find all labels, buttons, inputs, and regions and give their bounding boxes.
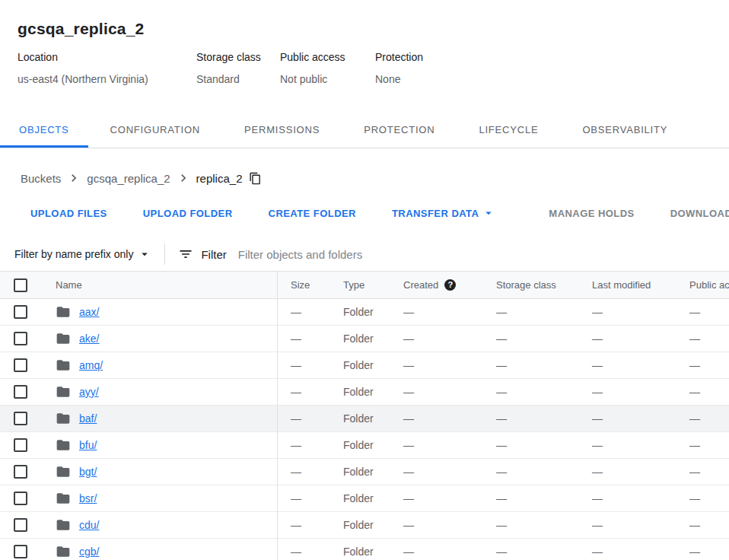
folder-link[interactable]: ake/ bbox=[79, 332, 99, 345]
select-all-checkbox[interactable] bbox=[14, 278, 27, 292]
row-name-cell: bfu/ bbox=[42, 432, 278, 458]
tab-protection[interactable]: PROTECTION bbox=[342, 112, 457, 148]
row-size: — bbox=[278, 359, 343, 371]
folder-link[interactable]: bsr/ bbox=[79, 492, 97, 504]
folder-link[interactable]: cdu/ bbox=[79, 519, 99, 531]
chevron-right-icon bbox=[176, 170, 191, 186]
row-size: — bbox=[278, 546, 343, 558]
chevron-right-icon bbox=[66, 170, 81, 186]
row-checkbox[interactable] bbox=[14, 518, 27, 532]
header-public-access: Public access bbox=[689, 279, 729, 291]
row-checkbox-cell bbox=[0, 432, 42, 458]
row-checkbox-cell bbox=[0, 406, 42, 431]
row-size: — bbox=[278, 466, 343, 478]
folder-icon bbox=[56, 438, 71, 453]
upload-files-button[interactable]: UPLOAD FILES bbox=[21, 202, 116, 225]
row-storage-class: — bbox=[496, 492, 592, 504]
row-public-access: — bbox=[689, 332, 729, 345]
filter-list-icon bbox=[178, 247, 193, 262]
table-row: cgb/ — Folder — — — — bbox=[0, 539, 729, 560]
table-body: aax/ — Folder — — — — ake/ — Folder — — … bbox=[0, 299, 729, 560]
row-name-cell: cdu/ bbox=[42, 512, 278, 538]
row-checkbox[interactable] bbox=[14, 412, 27, 425]
meta-protection-label: Protection bbox=[375, 51, 423, 63]
row-type: Folder bbox=[343, 519, 403, 531]
tab-lifecycle[interactable]: LIFECYCLE bbox=[457, 112, 560, 148]
page-title: gcsqa_replica_2 bbox=[18, 20, 729, 38]
filter-objects-input[interactable] bbox=[238, 248, 558, 261]
table-row: amq/ — Folder — — — — bbox=[0, 352, 729, 379]
row-checkbox[interactable] bbox=[14, 332, 27, 345]
arrow-drop-down-icon bbox=[482, 206, 495, 220]
row-name-cell: ayy/ bbox=[42, 379, 278, 405]
meta-public-access-label: Public access bbox=[280, 51, 375, 63]
tab-configuration[interactable]: CONFIGURATION bbox=[88, 112, 223, 148]
meta-location-label: Location bbox=[18, 51, 196, 63]
header-name: Name bbox=[42, 272, 278, 298]
filter-mode-label: Filter by name prefix only bbox=[14, 248, 133, 260]
transfer-data-button[interactable]: TRANSFER DATA bbox=[383, 200, 505, 226]
table-row: bgt/ — Folder — — — — bbox=[0, 459, 729, 485]
header-created-label: Created bbox=[403, 279, 438, 291]
row-checkbox[interactable] bbox=[14, 492, 27, 505]
table-row: ake/ — Folder — — — — bbox=[0, 326, 729, 352]
folder-icon bbox=[56, 464, 71, 479]
row-name-cell: bgt/ bbox=[42, 459, 278, 485]
row-public-access: — bbox=[689, 439, 729, 451]
row-storage-class: — bbox=[496, 332, 592, 345]
upload-folder-button[interactable]: UPLOAD FOLDER bbox=[134, 202, 242, 225]
folder-link[interactable]: baf/ bbox=[79, 412, 97, 425]
row-created: — bbox=[403, 412, 496, 425]
row-checkbox[interactable] bbox=[14, 438, 27, 452]
tab-observability[interactable]: OBSERVABILITY bbox=[560, 112, 689, 148]
row-last-modified: — bbox=[592, 386, 689, 398]
breadcrumb-current-folder: replica_2 bbox=[196, 172, 243, 185]
folder-link[interactable]: ayy/ bbox=[79, 386, 99, 398]
row-checkbox[interactable] bbox=[14, 358, 27, 372]
create-folder-button[interactable]: CREATE FOLDER bbox=[259, 202, 365, 225]
breadcrumb-bucket-link[interactable]: gcsqa_replica_2 bbox=[87, 172, 170, 185]
download-button[interactable]: DOWNLOAD bbox=[661, 202, 729, 225]
header-created: Created ? bbox=[403, 279, 496, 291]
folder-link[interactable]: bgt/ bbox=[79, 466, 97, 478]
row-storage-class: — bbox=[496, 466, 592, 478]
row-name-cell: aax/ bbox=[42, 299, 278, 325]
row-storage-class: — bbox=[496, 439, 592, 451]
row-size: — bbox=[278, 519, 343, 531]
meta-storage-class-value: Standard bbox=[196, 73, 280, 85]
copy-path-button[interactable] bbox=[249, 172, 262, 185]
row-checkbox-cell bbox=[0, 512, 42, 538]
row-size: — bbox=[278, 439, 343, 451]
row-checkbox[interactable] bbox=[14, 305, 27, 319]
row-public-access: — bbox=[689, 359, 729, 371]
folder-link[interactable]: amq/ bbox=[79, 359, 103, 371]
breadcrumb-buckets-link[interactable]: Buckets bbox=[21, 172, 61, 185]
folder-icon bbox=[56, 304, 71, 320]
folder-link[interactable]: bfu/ bbox=[79, 439, 97, 451]
row-last-modified: — bbox=[592, 546, 689, 558]
meta-storage-class: Storage class Standard bbox=[196, 51, 280, 85]
row-last-modified: — bbox=[592, 306, 689, 318]
row-storage-class: — bbox=[496, 412, 592, 425]
header-storage-class: Storage class bbox=[496, 279, 592, 291]
row-checkbox[interactable] bbox=[14, 385, 27, 399]
row-checkbox[interactable] bbox=[14, 465, 27, 479]
row-type: Folder bbox=[343, 359, 403, 371]
folder-link[interactable]: aax/ bbox=[79, 306, 99, 318]
folder-icon bbox=[56, 491, 71, 506]
row-type: Folder bbox=[343, 306, 403, 318]
row-checkbox[interactable] bbox=[14, 545, 27, 558]
row-name-cell: bsr/ bbox=[42, 485, 278, 511]
help-icon[interactable]: ? bbox=[444, 279, 456, 291]
row-checkbox-cell bbox=[0, 379, 42, 405]
row-type: Folder bbox=[343, 546, 403, 558]
row-size: — bbox=[278, 332, 343, 345]
folder-link[interactable]: cgb/ bbox=[79, 546, 99, 558]
tab-objects[interactable]: OBJECTS bbox=[0, 112, 88, 148]
manage-holds-button[interactable]: MANAGE HOLDS bbox=[540, 202, 643, 225]
objects-toolbar: UPLOAD FILES UPLOAD FOLDER CREATE FOLDER… bbox=[0, 199, 729, 227]
folder-icon bbox=[56, 331, 71, 346]
tab-permissions[interactable]: PERMISSIONS bbox=[222, 112, 342, 148]
filter-mode-dropdown[interactable]: Filter by name prefix only bbox=[14, 247, 151, 261]
row-storage-class: — bbox=[496, 306, 592, 318]
